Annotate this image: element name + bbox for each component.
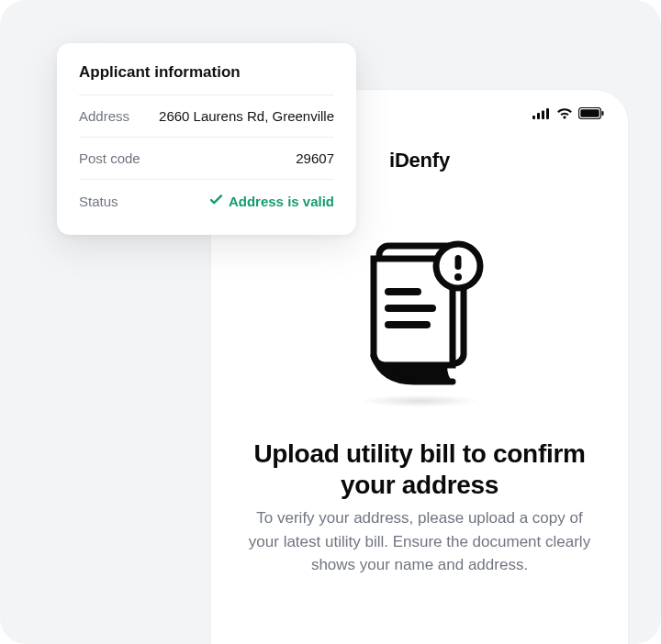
svg-rect-3 xyxy=(546,108,549,119)
status-badge: Address is valid xyxy=(209,193,334,209)
illustration-shadow xyxy=(360,394,479,407)
row-label: Post code xyxy=(79,150,140,166)
wifi-icon xyxy=(556,106,573,123)
status-bar xyxy=(532,106,604,123)
signal-icon xyxy=(532,106,551,123)
check-icon xyxy=(209,193,223,209)
status-text: Address is valid xyxy=(229,194,334,209)
svg-rect-9 xyxy=(385,321,431,328)
card-title: Applicant information xyxy=(79,63,334,82)
svg-rect-2 xyxy=(542,111,544,120)
svg-rect-7 xyxy=(385,288,421,295)
svg-rect-8 xyxy=(385,305,436,312)
brand-logo: iDenfy xyxy=(389,149,450,172)
row-label: Address xyxy=(79,108,129,124)
svg-rect-0 xyxy=(532,116,535,119)
info-row-status: Status Address is valid xyxy=(79,179,334,222)
row-value: 2660 Laurens Rd, Greenville xyxy=(159,108,334,124)
svg-point-12 xyxy=(454,273,462,281)
canvas-background: iDenfy Upload utility bill to xyxy=(0,0,661,644)
row-value: 29607 xyxy=(296,150,334,166)
applicant-info-card: Applicant information Address 2660 Laure… xyxy=(57,43,356,235)
row-label: Status xyxy=(79,194,118,209)
info-row-address: Address 2660 Laurens Rd, Greenville xyxy=(79,94,334,137)
info-row-postcode: Post code 29607 xyxy=(79,137,334,179)
svg-rect-1 xyxy=(537,113,540,119)
svg-rect-5 xyxy=(580,109,599,117)
svg-rect-6 xyxy=(602,111,604,116)
battery-icon xyxy=(578,106,604,123)
svg-rect-11 xyxy=(455,255,462,270)
upload-subcopy: To verify your address, please upload a … xyxy=(211,506,628,577)
document-alert-illustration xyxy=(346,237,493,393)
upload-headline: Upload utility bill to confirm your addr… xyxy=(211,439,628,500)
